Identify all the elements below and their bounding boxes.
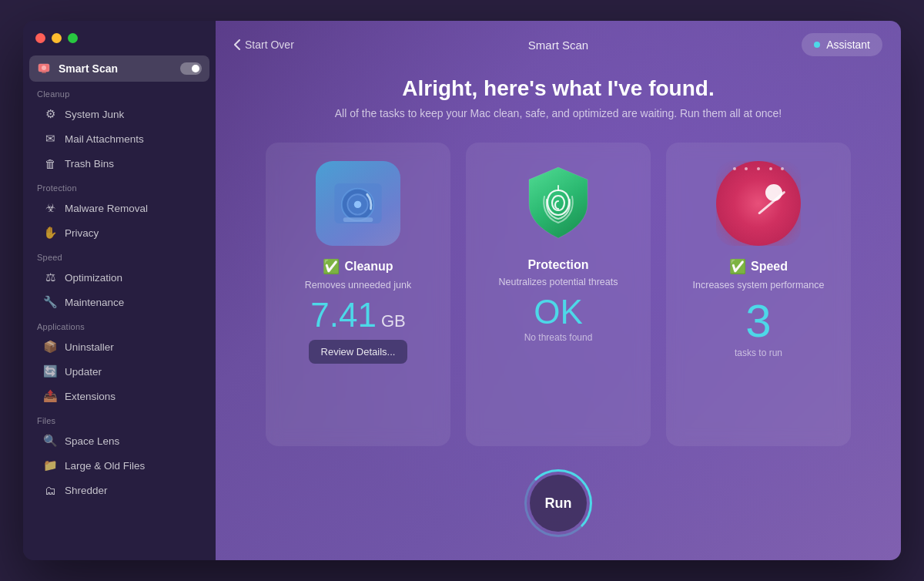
mail-attachments-label: Mail Attachments: [65, 133, 144, 145]
section-cleanup-label: Cleanup: [23, 82, 216, 102]
smart-scan-label: Smart Scan: [59, 62, 118, 75]
shredder-icon: 🗂: [43, 483, 57, 497]
minimize-button[interactable]: [52, 33, 62, 43]
sidebar: Smart Scan Cleanup ⚙ System Junk ✉ Mail …: [23, 21, 216, 560]
sidebar-item-system-junk[interactable]: ⚙ System Junk: [29, 102, 209, 126]
privacy-icon: ✋: [43, 226, 57, 240]
sidebar-item-privacy[interactable]: ✋ Privacy: [29, 220, 209, 245]
main-subheading: All of the tasks to keep your Mac clean,…: [231, 107, 886, 119]
run-button[interactable]: Run: [527, 472, 589, 534]
protection-card-label: Protection: [527, 258, 588, 272]
gauge-needle: [758, 190, 785, 214]
topbar: Start Over Smart Scan Assistant: [216, 21, 901, 69]
cleanup-disk-icon: [327, 173, 389, 234]
protection-value: OK: [534, 295, 583, 329]
speed-card: ✅ Speed Increases system performance 3 t…: [666, 143, 851, 446]
cleanup-card-icon: [316, 161, 400, 246]
speed-label-text: Speed: [751, 260, 788, 274]
svg-rect-2: [42, 72, 46, 73]
cleanup-label-text: Cleanup: [344, 260, 393, 274]
speed-card-icon: [716, 161, 801, 246]
uninstaller-label: Uninstaller: [65, 341, 114, 353]
optimization-icon: ⚖: [43, 270, 57, 284]
sidebar-item-uninstaller[interactable]: 📦 Uninstaller: [29, 334, 209, 359]
sidebar-item-smart-scan[interactable]: Smart Scan: [29, 55, 209, 82]
back-label: Start Over: [245, 39, 294, 51]
protection-card-desc: Neutralizes potential threats: [499, 277, 618, 287]
svg-point-6: [354, 201, 361, 208]
section-speed-label: Speed: [23, 245, 216, 265]
section-files-label: Files: [23, 408, 216, 428]
window-controls: [23, 30, 216, 55]
sidebar-item-extensions[interactable]: 📤 Extensions: [29, 384, 209, 408]
cleanup-unit: GB: [381, 311, 406, 331]
large-files-icon: 📁: [43, 458, 57, 472]
sidebar-item-space-lens[interactable]: 🔍 Space Lens: [29, 428, 209, 453]
malware-icon: ☣: [43, 201, 57, 215]
assistant-button[interactable]: Assistant: [802, 33, 882, 56]
speed-card-label: ✅ Speed: [729, 258, 788, 275]
sidebar-item-maintenance[interactable]: 🔧 Maintenance: [29, 290, 209, 314]
updater-icon: 🔄: [43, 364, 57, 378]
section-applications-label: Applications: [23, 314, 216, 334]
gauge-dot: [745, 167, 748, 170]
svg-point-1: [42, 65, 46, 70]
speed-subtext: tasks to run: [735, 348, 782, 358]
cleanup-card: ✅ Cleanup Removes unneeded junk 7.41 GB …: [266, 143, 450, 446]
maintenance-icon: 🔧: [43, 295, 57, 309]
sidebar-item-large-old-files[interactable]: 📁 Large & Old Files: [29, 453, 209, 478]
protection-label-text: Protection: [527, 258, 588, 272]
review-details-button[interactable]: Review Details...: [309, 340, 408, 364]
speed-value: 3: [745, 298, 771, 344]
run-button-ring: Run: [524, 469, 592, 537]
extensions-icon: 📤: [43, 389, 57, 403]
trash-bins-label: Trash Bins: [65, 158, 114, 170]
cards-area: ✅ Cleanup Removes unneeded junk 7.41 GB …: [216, 135, 901, 462]
sidebar-item-mail-attachments[interactable]: ✉ Mail Attachments: [29, 126, 209, 151]
protection-subtext: No threats found: [524, 332, 593, 343]
speed-check-icon: ✅: [729, 258, 746, 275]
main-content: Start Over Smart Scan Assistant Alright,…: [216, 21, 901, 560]
assistant-indicator: [814, 42, 820, 48]
heading-area: Alright, here's what I've found. All of …: [216, 69, 901, 135]
privacy-label: Privacy: [65, 227, 99, 239]
smart-scan-icon: [37, 62, 51, 76]
updater-label: Updater: [65, 366, 102, 378]
back-button[interactable]: Start Over: [234, 39, 294, 51]
shredder-label: Shredder: [65, 485, 108, 496]
section-protection-label: Protection: [23, 176, 216, 196]
maximize-button[interactable]: [68, 33, 78, 43]
close-button[interactable]: [35, 33, 45, 43]
sidebar-item-malware-removal[interactable]: ☣ Malware Removal: [29, 196, 209, 220]
chevron-left-icon: [234, 39, 240, 50]
assistant-label: Assistant: [826, 39, 870, 51]
run-area: Run: [216, 462, 901, 560]
cleanup-check-icon: ✅: [323, 258, 340, 275]
smart-scan-toggle[interactable]: [180, 62, 202, 75]
mail-icon: ✉: [43, 132, 57, 146]
protection-card-icon: [520, 161, 597, 246]
trash-icon: 🗑: [43, 156, 57, 170]
cleanup-card-label: ✅ Cleanup: [323, 258, 393, 275]
speed-card-desc: Increases system performance: [693, 280, 825, 290]
app-window: Smart Scan Cleanup ⚙ System Junk ✉ Mail …: [23, 21, 901, 560]
sidebar-item-shredder[interactable]: 🗂 Shredder: [29, 478, 209, 502]
sidebar-item-trash-bins[interactable]: 🗑 Trash Bins: [29, 151, 209, 176]
uninstaller-icon: 📦: [43, 340, 57, 354]
topbar-title: Smart Scan: [528, 39, 588, 52]
protection-card: Protection Neutralizes potential threats…: [466, 143, 651, 446]
gauge-dot: [757, 167, 760, 170]
gauge-dot: [781, 167, 784, 170]
malware-removal-label: Malware Removal: [65, 203, 148, 214]
cleanup-value-area: 7.41 GB: [310, 298, 405, 332]
extensions-label: Extensions: [65, 391, 116, 402]
optimization-label: Optimization: [65, 272, 122, 284]
maintenance-label: Maintenance: [65, 297, 124, 308]
gauge-dot: [733, 167, 736, 170]
sidebar-item-optimization[interactable]: ⚖ Optimization: [29, 265, 209, 290]
shield-fingerprint-icon: [520, 161, 597, 246]
svg-rect-7: [343, 217, 373, 222]
sidebar-item-updater[interactable]: 🔄 Updater: [29, 359, 209, 384]
system-junk-icon: ⚙: [43, 107, 57, 121]
main-heading: Alright, here's what I've found.: [231, 76, 886, 101]
